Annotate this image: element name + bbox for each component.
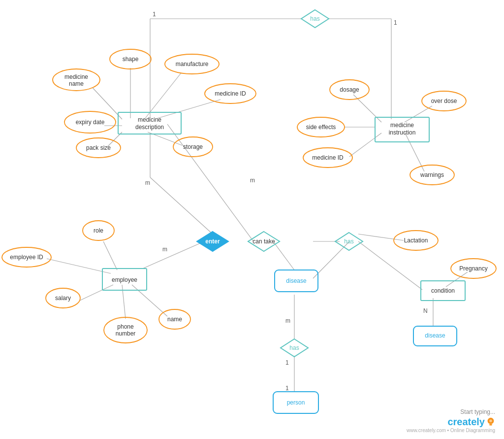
- svg-line-30: [273, 241, 294, 270]
- svg-line-19: [150, 177, 213, 234]
- svg-line-25: [47, 259, 111, 273]
- svg-point-76: [489, 419, 492, 422]
- phone-number-label2: number: [116, 330, 136, 337]
- storage-label: storage: [183, 143, 203, 150]
- medicine-id-top-label: medicine ID: [215, 90, 246, 97]
- svg-text:1: 1: [153, 11, 156, 18]
- warnings-label: warnings: [420, 171, 444, 178]
- bulb-icon: [486, 417, 495, 428]
- condition-label: condition: [431, 287, 455, 294]
- svg-line-9: [158, 100, 220, 118]
- medicine-instruction-label-line2: instruction: [389, 129, 416, 136]
- has-top-label: has: [310, 15, 319, 22]
- start-typing-text: Start typing...: [407, 408, 495, 415]
- svg-text:1: 1: [394, 19, 397, 26]
- medicine-name-label1: medicine: [64, 73, 88, 80]
- svg-line-17: [405, 132, 424, 171]
- creately-logo-text: creately: [447, 416, 485, 428]
- svg-text:1: 1: [285, 385, 289, 392]
- svg-line-16: [349, 133, 381, 157]
- salary-label: salary: [55, 295, 71, 302]
- can-take-label: can take: [252, 238, 275, 245]
- svg-text:N: N: [423, 307, 428, 314]
- manufacture-label: manufacture: [176, 61, 209, 68]
- svg-rect-75: [489, 424, 492, 425]
- side-effects-label: side effects: [306, 124, 336, 131]
- medicine-name-label2: name: [69, 80, 84, 87]
- medicine-id-right-label: medicine ID: [312, 154, 344, 161]
- over-dose-label: over dose: [431, 98, 457, 104]
- phone-number-label1: phone: [117, 323, 134, 330]
- medicine-description-label-line1: medicine: [138, 116, 161, 123]
- svg-text:m: m: [162, 246, 167, 253]
- expiry-date-label: expiry date: [76, 119, 105, 126]
- branding-sub-text: www.creately.com • Online Diagramming: [407, 428, 495, 433]
- svg-line-27: [80, 285, 113, 301]
- pregnancy-label: Pregnancy: [459, 265, 487, 272]
- svg-text:m: m: [250, 177, 255, 184]
- diagram-svg: 1 1 m m: [0, 0, 504, 439]
- medicine-description-label-line2: description: [135, 124, 164, 131]
- disease-top-label: disease: [286, 277, 307, 284]
- person-label: person: [287, 399, 305, 406]
- lactation-label: Lactation: [404, 237, 428, 244]
- svg-line-26: [103, 241, 117, 270]
- role-label: role: [94, 227, 103, 234]
- medicine-instruction-label-line1: medicine: [390, 122, 414, 129]
- svg-rect-48: [118, 112, 181, 134]
- employee-label: employee: [112, 276, 137, 283]
- svg-line-15: [405, 106, 432, 122]
- shape-label: shape: [123, 56, 139, 63]
- diagram-container: 1 1 m m: [0, 0, 504, 439]
- svg-line-23: [143, 241, 204, 269]
- svg-line-33: [358, 241, 422, 290]
- employee-id-label: employee ID: [10, 254, 43, 261]
- disease-bottom-label: disease: [425, 332, 445, 339]
- svg-text:1: 1: [285, 359, 289, 366]
- has-mid-label: has: [344, 238, 353, 245]
- branding: Start typing... creately www.creately.co…: [407, 408, 495, 433]
- svg-line-35: [446, 272, 468, 287]
- enter-label: enter: [205, 238, 220, 245]
- dosage-label: dosage: [340, 86, 359, 93]
- pack-size-label: pack size: [86, 144, 111, 151]
- svg-line-7: [145, 73, 181, 118]
- name-label: name: [167, 316, 182, 323]
- has-bottom-label: has: [289, 344, 299, 351]
- svg-line-29: [132, 285, 167, 316]
- svg-text:m: m: [285, 317, 290, 324]
- svg-text:m: m: [145, 179, 150, 186]
